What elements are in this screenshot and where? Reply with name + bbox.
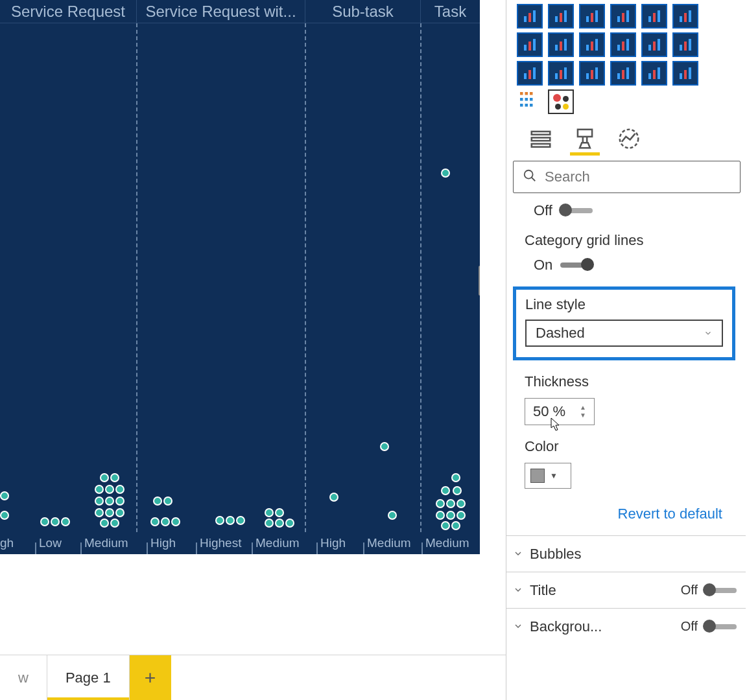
data-point[interactable] [110, 519, 119, 528]
data-point[interactable] [0, 511, 9, 520]
viz-chip[interactable] [610, 61, 636, 86]
accordion-row[interactable]: TitleOff [506, 572, 746, 608]
data-point[interactable] [105, 508, 114, 517]
data-point[interactable] [446, 499, 455, 508]
data-point[interactable] [100, 473, 109, 482]
accordion-row[interactable]: Bubbles [506, 535, 746, 572]
data-point[interactable] [275, 519, 284, 528]
data-point[interactable] [446, 511, 455, 520]
data-point[interactable] [115, 485, 124, 494]
viz-chip[interactable] [610, 4, 636, 29]
data-point[interactable] [105, 485, 114, 494]
axis-label: Medium [255, 536, 300, 550]
chart-canvas[interactable]: Service RequestService Request wit...Sub… [0, 0, 480, 554]
data-point[interactable] [441, 169, 450, 178]
data-point[interactable] [215, 516, 224, 525]
search-input[interactable] [545, 169, 731, 185]
data-point[interactable] [171, 517, 180, 526]
svg-rect-16 [684, 13, 687, 22]
svg-rect-60 [520, 104, 523, 107]
data-point[interactable] [150, 517, 160, 526]
data-point[interactable] [153, 496, 162, 506]
viz-chip[interactable] [641, 4, 667, 29]
search-box[interactable] [513, 161, 741, 193]
viz-chip[interactable] [579, 61, 605, 86]
data-point[interactable] [226, 516, 235, 525]
viz-chip[interactable] [672, 4, 698, 29]
data-point[interactable] [115, 508, 124, 517]
data-point[interactable] [0, 491, 9, 500]
chevron-up-icon[interactable]: ▲ [580, 404, 590, 411]
viz-chip[interactable] [548, 4, 574, 29]
page-tab-partial[interactable]: w [0, 655, 47, 700]
viz-chip-custom[interactable] [548, 89, 574, 114]
viz-chip[interactable] [579, 32, 605, 57]
format-tab[interactable] [573, 126, 597, 152]
data-point[interactable] [115, 496, 124, 506]
data-point[interactable] [95, 485, 104, 494]
accordion-toggle[interactable] [704, 624, 737, 629]
data-point[interactable] [329, 493, 338, 502]
svg-rect-40 [560, 70, 562, 79]
thickness-stepper[interactable]: 50 % ▲▼ [525, 398, 595, 425]
svg-rect-3 [555, 16, 558, 22]
data-point[interactable] [441, 486, 450, 495]
svg-rect-50 [658, 67, 660, 79]
data-point[interactable] [61, 517, 70, 526]
data-point[interactable] [110, 473, 119, 482]
viz-chip[interactable] [517, 32, 543, 57]
data-point[interactable] [380, 442, 389, 451]
data-point[interactable] [436, 511, 445, 520]
data-point[interactable] [456, 511, 466, 520]
svg-rect-53 [689, 67, 691, 79]
data-point[interactable] [40, 517, 49, 526]
data-point[interactable] [161, 517, 170, 526]
accordion-toggle[interactable] [704, 588, 737, 593]
data-point[interactable] [51, 517, 60, 526]
data-point[interactable] [275, 508, 284, 517]
color-picker[interactable]: ▼ [525, 463, 571, 489]
svg-rect-25 [591, 41, 593, 51]
page-tab-active[interactable]: Page 1 [47, 655, 130, 700]
data-point[interactable] [456, 499, 466, 508]
viz-chip[interactable] [548, 32, 574, 57]
color-swatch [530, 469, 545, 483]
svg-rect-67 [532, 132, 551, 135]
data-point[interactable] [285, 519, 294, 528]
data-point[interactable] [451, 521, 460, 530]
line-style-select[interactable]: Dashed [525, 320, 723, 347]
fields-tab[interactable] [528, 126, 553, 152]
analytics-tab[interactable] [617, 126, 641, 152]
data-point[interactable] [95, 496, 104, 506]
data-point[interactable] [388, 511, 397, 520]
data-point[interactable] [265, 519, 274, 528]
data-point[interactable] [451, 473, 460, 482]
data-point[interactable] [453, 486, 462, 495]
resize-handle[interactable] [479, 266, 480, 296]
viz-chip[interactable] [517, 61, 543, 86]
data-point[interactable] [436, 499, 445, 508]
data-point[interactable] [265, 508, 274, 517]
data-point[interactable] [105, 496, 114, 506]
add-page-button[interactable]: + [130, 655, 171, 700]
viz-chip[interactable] [672, 61, 698, 86]
data-point[interactable] [441, 521, 450, 530]
viz-chip[interactable] [672, 32, 698, 57]
viz-chip[interactable] [610, 32, 636, 57]
viz-chip[interactable] [548, 61, 574, 86]
svg-rect-37 [528, 70, 531, 79]
accordion-row[interactable]: Backgrou...Off [506, 608, 746, 644]
viz-chip[interactable] [579, 4, 605, 29]
viz-chip[interactable] [517, 4, 543, 29]
viz-chip[interactable] [641, 32, 667, 57]
viz-chip-small-multiples[interactable] [517, 89, 543, 114]
data-point[interactable] [236, 516, 245, 525]
data-point[interactable] [163, 496, 172, 506]
chevron-down-icon[interactable]: ▼ [580, 412, 590, 419]
data-point[interactable] [95, 508, 104, 517]
viz-chip[interactable] [641, 61, 667, 86]
toggle-off[interactable] [560, 208, 593, 213]
data-point[interactable] [100, 519, 109, 528]
revert-to-default-link[interactable]: Revert to default [513, 489, 739, 535]
category-grid-lines-toggle[interactable] [560, 262, 593, 268]
